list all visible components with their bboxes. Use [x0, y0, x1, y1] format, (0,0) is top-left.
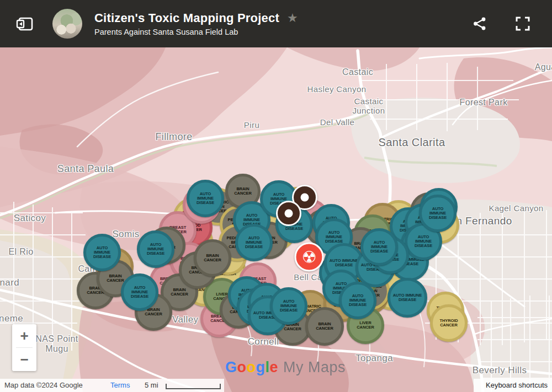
auto-immune-disease-marker[interactable]: AUTO IMMUNE DISEASE [270, 287, 307, 325]
auto-immune-disease-marker[interactable]: AUTO IMMUNE DISEASE [137, 230, 174, 268]
my-maps-embed: Citizen's Toxic Mapping Project ★ Parent… [0, 0, 552, 392]
auto-immune-disease-marker[interactable]: AUTO IMMUNE DISEASE [121, 273, 158, 311]
map-place-label: Topanga [355, 353, 393, 363]
map-place-label: Castaic Junction [352, 97, 385, 116]
google-logo-letter: l [266, 359, 270, 375]
map-place-label: Saticoy [14, 213, 46, 223]
terms-link[interactable]: Terms [110, 381, 130, 389]
map-place-label: Hasley Canyon [307, 85, 367, 94]
star-icon[interactable]: ★ [287, 11, 298, 25]
header-bar: Citizen's Toxic Mapping Project ★ Parent… [0, 0, 552, 47]
map-place-label: Del Valle [320, 118, 355, 127]
auto-immune-disease-marker[interactable]: AUTO IMMUNE DISEASE [360, 228, 398, 266]
map-subtitle: Parents Against Santa Susana Field Lab [94, 28, 298, 36]
map-place-label: Cornell [248, 336, 279, 347]
auto-immune-disease-marker[interactable]: AUTO IMMUNE DISEASE [235, 224, 273, 261]
google-logo-letter: o [247, 359, 256, 375]
map-place-label: Oxnard [0, 277, 19, 288]
zoom-out-button[interactable]: − [12, 348, 36, 371]
share-icon[interactable] [473, 17, 487, 31]
auto-immune-disease-marker[interactable]: AUTO IMMUNE DISEASE [187, 180, 224, 217]
map-place-label: El Rio [8, 247, 33, 257]
map-place-label: Beverly Hills [473, 365, 527, 375]
auto-immune-disease-marker[interactable]: AUTO IMMUNE DISEASE [388, 278, 427, 318]
zoom-in-button[interactable]: + [12, 324, 36, 347]
google-logo: Google [225, 359, 278, 376]
brain-cancer-marker[interactable]: BRAIN CANCER [194, 239, 231, 277]
thyroid-cancer-marker[interactable]: THYROID CANCER [430, 304, 468, 342]
scale-label: 5 mi [145, 381, 158, 389]
brain-cancer-marker[interactable]: BRAIN CANCER [305, 307, 344, 346]
fullscreen-icon[interactable] [516, 17, 530, 31]
keyboard-shortcuts-button[interactable]: Keyboard shortcuts [486, 381, 548, 389]
map-place-label: Port Hueneme [0, 313, 23, 324]
zoom-control: + − [12, 324, 36, 371]
auto-immune-disease-marker[interactable]: AUTO IMMUNE DISEASE [339, 282, 376, 319]
map-canvas[interactable]: CastaicHasley CanyonCastaic JunctionDel … [0, 47, 552, 392]
map-place-label: Fillmore [155, 131, 192, 142]
side-panel-toggle-icon[interactable] [15, 14, 34, 33]
google-my-maps-logo[interactable]: Google My Maps [225, 359, 346, 376]
auto-immune-disease-marker[interactable]: AUTO IMMUNE DISEASE [83, 234, 121, 271]
radiation-hazard-marker[interactable]: ☢ [295, 243, 324, 272]
google-logo-letter: o [237, 359, 247, 375]
google-logo-letter: e [270, 359, 279, 375]
map-place-label: NAS Point Mugu [35, 334, 78, 354]
map-data-attribution: Map data ©2024 Google [4, 381, 83, 389]
map-place-label: Forest Park [459, 98, 507, 108]
map-place-label: Santa Clarita [379, 136, 445, 148]
location-dot-marker[interactable] [276, 201, 301, 226]
google-logo-letter: G [225, 359, 237, 375]
google-logo-letter: g [256, 359, 266, 375]
map-title: Citizen's Toxic Mapping Project [94, 11, 279, 25]
keyboard-shortcuts-bar: Keyboard shortcuts [474, 379, 552, 392]
attribution-bar: Map data ©2024 Google Terms 5 mi [0, 379, 224, 392]
map-place-label: Piru [244, 121, 259, 130]
scale-bar [166, 384, 221, 389]
my-maps-label: My Maps [283, 359, 346, 376]
map-owner-avatar[interactable] [52, 9, 82, 39]
map-place-label: Somis [112, 229, 139, 239]
map-place-label: Santa Paula [57, 163, 114, 174]
map-place-label: Castaic [342, 67, 373, 77]
auto-immune-disease-marker[interactable]: AUTO IMMUNE DISEASE [419, 195, 457, 232]
map-place-label: Kagel Canyon [489, 204, 543, 213]
map-place-label: Agua Dulce [535, 62, 552, 72]
